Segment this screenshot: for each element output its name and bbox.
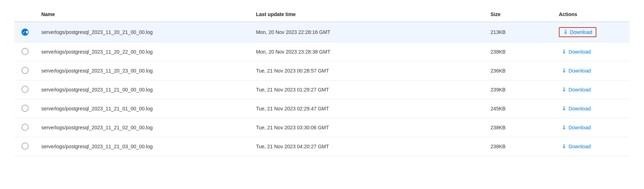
radio-unchecked[interactable] <box>21 48 29 55</box>
row-checkbox-cell[interactable] <box>14 43 35 61</box>
table-row: serverlogs/postgresql_2023_11_21_02_00_0… <box>14 118 630 137</box>
row-name: serverlogs/postgresql_2023_11_21_00_00_0… <box>35 80 250 99</box>
row-time: Mon, 20 Nov 2023 22:28:16 GMT <box>250 22 485 43</box>
download-label: Download <box>569 144 591 149</box>
download-label: Download <box>569 87 591 93</box>
header-name: Name <box>35 7 250 22</box>
row-size: 239KB <box>485 80 553 99</box>
row-name: serverlogs/postgresql_2023_11_20_21_00_0… <box>35 22 250 43</box>
radio-unchecked[interactable] <box>21 86 29 93</box>
log-files-table: Name Last update time Size Actions ✓serv… <box>14 7 630 156</box>
row-checkbox-cell[interactable]: ✓ <box>14 22 35 43</box>
row-time: Tue, 21 Nov 2023 00:28:57 GMT <box>250 61 485 80</box>
download-label: Download <box>570 29 592 35</box>
row-checkbox-cell[interactable] <box>14 61 35 80</box>
download-icon: ⇓ <box>562 68 566 74</box>
row-actions: ⇓Download <box>553 137 630 156</box>
row-actions: ⇓Download <box>553 61 630 80</box>
table-row: serverlogs/postgresql_2023_11_20_22_00_0… <box>14 43 630 61</box>
download-icon: ⇓ <box>563 29 568 35</box>
download-label: Download <box>569 106 591 111</box>
row-actions: ⇓Download <box>553 118 630 137</box>
row-time: Tue, 21 Nov 2023 01:29:27 GMT <box>250 80 485 99</box>
radio-unchecked[interactable] <box>21 105 29 112</box>
log-files-table-container: Name Last update time Size Actions ✓serv… <box>0 0 644 189</box>
row-size: 238KB <box>485 137 553 156</box>
row-name: serverlogs/postgresql_2023_11_21_02_00_0… <box>35 118 250 137</box>
download-button[interactable]: ⇓Download <box>559 123 594 132</box>
row-size: 245KB <box>485 99 553 118</box>
table-row: serverlogs/postgresql_2023_11_20_23_00_0… <box>14 61 630 80</box>
table-row: serverlogs/postgresql_2023_11_21_03_00_0… <box>14 137 630 156</box>
download-icon: ⇓ <box>562 87 566 93</box>
row-actions: ⇓Download <box>553 99 630 118</box>
download-button[interactable]: ⇓Download <box>559 27 596 37</box>
row-checkbox-cell[interactable] <box>14 137 35 156</box>
radio-unchecked[interactable] <box>21 67 29 74</box>
download-icon: ⇓ <box>562 49 566 55</box>
radio-unchecked[interactable] <box>21 143 29 150</box>
row-size: 238KB <box>485 118 553 137</box>
table-row: serverlogs/postgresql_2023_11_21_00_00_0… <box>14 80 630 99</box>
download-label: Download <box>569 49 591 55</box>
checkmark-icon: ✓ <box>22 30 26 35</box>
row-name: serverlogs/postgresql_2023_11_20_22_00_0… <box>35 43 250 61</box>
download-label: Download <box>569 68 591 74</box>
row-actions: ⇓Download <box>553 80 630 99</box>
row-time: Mon, 20 Nov 2023 23:28:38 GMT <box>250 43 485 61</box>
row-size: 236KB <box>485 61 553 80</box>
row-size: 213KB <box>485 22 553 43</box>
row-time: Tue, 21 Nov 2023 03:30:06 GMT <box>250 118 485 137</box>
row-checkbox-cell[interactable] <box>14 99 35 118</box>
radio-unchecked[interactable] <box>21 124 29 131</box>
row-actions: ⇓Download <box>553 43 630 61</box>
table-header: Name Last update time Size Actions <box>14 7 630 22</box>
row-actions: ⇓Download <box>553 22 630 43</box>
download-button[interactable]: ⇓Download <box>559 104 594 113</box>
row-checkbox-cell[interactable] <box>14 118 35 137</box>
row-name: serverlogs/postgresql_2023_11_21_01_00_0… <box>35 99 250 118</box>
download-button[interactable]: ⇓Download <box>559 142 594 151</box>
download-label: Download <box>569 125 591 130</box>
table-row: ✓serverlogs/postgresql_2023_11_20_21_00_… <box>14 22 630 43</box>
download-button[interactable]: ⇓Download <box>559 85 594 94</box>
download-icon: ⇓ <box>562 125 566 130</box>
row-name: serverlogs/postgresql_2023_11_21_03_00_0… <box>35 137 250 156</box>
row-time: Tue, 21 Nov 2023 04:20:27 GMT <box>250 137 485 156</box>
table-row: serverlogs/postgresql_2023_11_21_01_00_0… <box>14 99 630 118</box>
row-checkbox-cell[interactable] <box>14 80 35 99</box>
row-time: Tue, 21 Nov 2023 02:29:47 GMT <box>250 99 485 118</box>
download-icon: ⇓ <box>562 106 566 111</box>
download-button[interactable]: ⇓Download <box>559 48 594 56</box>
header-size: Size <box>485 7 553 22</box>
row-name: serverlogs/postgresql_2023_11_20_23_00_0… <box>35 61 250 80</box>
download-icon: ⇓ <box>562 144 566 149</box>
download-button[interactable]: ⇓Download <box>559 66 594 75</box>
table-body: ✓serverlogs/postgresql_2023_11_20_21_00_… <box>14 22 630 156</box>
header-time: Last update time <box>250 7 485 22</box>
header-actions: Actions <box>553 7 630 22</box>
header-checkbox <box>14 7 35 22</box>
radio-checked[interactable]: ✓ <box>21 29 29 36</box>
row-size: 238KB <box>485 43 553 61</box>
